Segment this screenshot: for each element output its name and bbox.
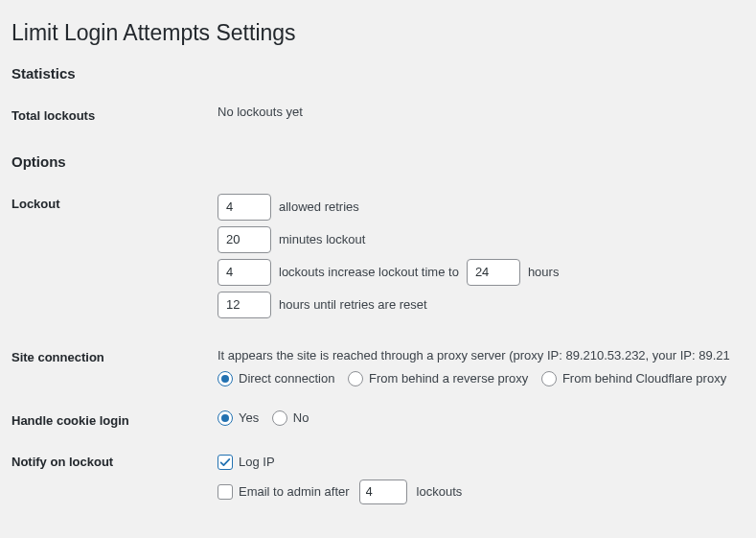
- page-title: Limit Login Attempts Settings: [11, 19, 737, 48]
- minutes-lockout-input[interactable]: [218, 226, 271, 253]
- log-ip-label: Log IP: [239, 455, 275, 469]
- lockouts-increase-text: lockouts increase lockout time to: [279, 265, 459, 279]
- reset-text: hours until retries are reset: [279, 297, 427, 312]
- allowed-retries-text: allowed retries: [279, 199, 359, 214]
- cookie-login-no-label: No: [293, 410, 309, 425]
- cookie-login-label: Handle cookie login: [11, 404, 218, 445]
- email-admin-checkbox[interactable]: [218, 484, 233, 500]
- hours-text: hours: [528, 265, 560, 279]
- minutes-lockout-text: minutes lockout: [279, 232, 365, 246]
- log-ip-checkbox[interactable]: [218, 455, 233, 470]
- site-connection-label: Site connection: [11, 340, 218, 404]
- email-admin-prefix: Email to admin after: [239, 484, 350, 499]
- checkmark-icon: [218, 456, 232, 469]
- reset-hours-input[interactable]: [218, 292, 271, 318]
- options-table: Lockout allowed retries minutes lockout …: [11, 187, 737, 527]
- email-after-input[interactable]: [359, 480, 407, 504]
- statistics-heading: Statistics: [11, 65, 737, 82]
- allowed-retries-input[interactable]: [218, 194, 271, 221]
- cookie-login-no-radio[interactable]: [272, 410, 287, 426]
- hours-input[interactable]: [467, 259, 520, 286]
- site-connection-cloudflare-radio[interactable]: [541, 371, 557, 386]
- lockouts-increase-input[interactable]: [218, 259, 271, 286]
- total-lockouts-label: Total lockouts: [11, 99, 218, 140]
- email-admin-suffix: lockouts: [417, 484, 463, 499]
- total-lockouts-value: No lockouts yet: [218, 99, 737, 140]
- site-connection-direct-radio[interactable]: [218, 371, 233, 386]
- site-connection-direct-label: Direct connection: [239, 371, 334, 386]
- site-connection-reverse-label: From behind a reverse proxy: [369, 371, 528, 386]
- site-connection-reverse-radio[interactable]: [348, 371, 363, 386]
- site-connection-cloudflare-label: From behind Cloudflare proxy: [562, 371, 726, 386]
- lockout-label: Lockout: [11, 187, 218, 340]
- statistics-table: Total lockouts No lockouts yet: [11, 99, 737, 140]
- notify-label: Notify on lockout: [11, 445, 218, 527]
- options-heading: Options: [11, 153, 737, 170]
- cookie-login-yes-label: Yes: [239, 410, 259, 425]
- cookie-login-yes-radio[interactable]: [218, 410, 233, 426]
- site-connection-description: It appears the site is reached through a…: [218, 346, 737, 365]
